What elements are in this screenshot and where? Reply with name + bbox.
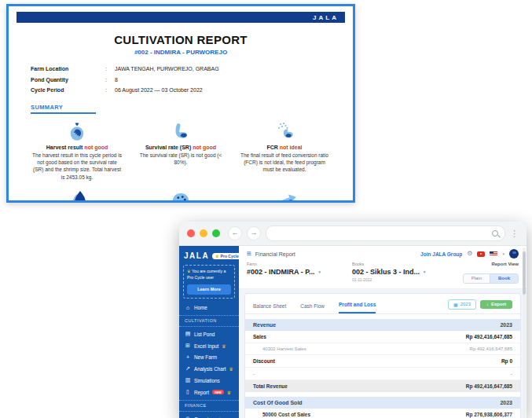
report-fields: Farm Location : JAWA TENGAH, PURWOREJO, … bbox=[31, 66, 353, 93]
tab-balance-sheet[interactable]: Balance Sheet bbox=[253, 303, 286, 314]
farm-label: Farm bbox=[247, 262, 341, 266]
forward-icon[interactable]: → bbox=[247, 226, 261, 240]
sidebar-section-cultivation: CULTIVATION bbox=[179, 315, 239, 327]
pro-cycle-badge: ♛ Pro Cycle bbox=[212, 253, 239, 259]
excel-icon: ⊞ bbox=[185, 343, 191, 349]
export-button[interactable]: ↓ Export bbox=[480, 300, 512, 309]
table-row[interactable]: 50000 Cost of Sales Rp 276,938,606,377 bbox=[245, 409, 520, 418]
tab-profit-and-loss[interactable]: Profit and Loss bbox=[339, 302, 376, 314]
calendar-icon: ▦ bbox=[453, 302, 458, 307]
summary-description: The final result of feed conversion rati… bbox=[235, 152, 334, 174]
jala-logo: JALA bbox=[313, 14, 339, 21]
table-row[interactable]: Sales Rp 492,416,647,685 bbox=[245, 331, 520, 343]
sidebar-item-analysis-chart[interactable]: ↗ Analysis Chart ♛ bbox=[179, 363, 239, 375]
download-icon: ↓ bbox=[486, 302, 489, 306]
jala-logo: JALA bbox=[184, 251, 209, 260]
home-icon: ⌂ bbox=[185, 305, 191, 310]
learn-more-button[interactable]: Learn More bbox=[187, 284, 231, 295]
view-option-plain[interactable]: Plain bbox=[464, 274, 490, 283]
view-option-book[interactable]: Book bbox=[490, 274, 518, 283]
growth-arrow-icon bbox=[232, 189, 334, 203]
browser-window: ← → ⋮ JALA ♛ Pro Cycle ♛ You are current… bbox=[179, 222, 526, 418]
status-text: not ideal bbox=[280, 145, 303, 150]
field-pond-quantity-value: 8 bbox=[115, 77, 118, 82]
year-filter-button[interactable]: ▦ 2023 bbox=[448, 299, 476, 310]
summary-grid: Harvest result not good The harvest resu… bbox=[28, 120, 334, 182]
sidebar-item-excel-input[interactable]: ⊞ Excel Input ♛ bbox=[179, 340, 239, 352]
tab-cash-flow[interactable]: Cash Flow bbox=[300, 303, 325, 314]
app-topbar: ≡ Financial Report Join JALA Group ⚙ ▾ bbox=[239, 246, 526, 260]
books-date: 01-11-2022 bbox=[352, 277, 426, 282]
summary-secondary-icons bbox=[28, 189, 334, 203]
report-title: CULTIVATION REPORT bbox=[9, 33, 353, 46]
report-view-toggle-group: Report View Plain Book bbox=[463, 262, 519, 284]
youtube-icon[interactable] bbox=[477, 251, 485, 257]
menu-icon[interactable]: ≡ bbox=[247, 250, 251, 258]
address-bar[interactable] bbox=[266, 226, 505, 241]
report-subtitle: #002 - INDMIRA - PURWOREJO bbox=[9, 49, 353, 56]
content-area: Balance Sheet Cash Flow Profit and Loss … bbox=[239, 289, 526, 418]
cultivation-report-document: JALA CULTIVATION REPORT #002 - INDMIRA -… bbox=[6, 4, 355, 203]
topbar-actions: Join JALA Group ⚙ ▾ bbox=[420, 249, 519, 258]
summary-survival-rate: Survival rate (SR) not good The survival… bbox=[131, 120, 230, 182]
tabs-row: Balance Sheet Cash Flow Profit and Loss … bbox=[245, 294, 520, 314]
table-row[interactable]: Discount Rp 0 bbox=[245, 355, 520, 368]
crown-icon: ♛ bbox=[215, 254, 218, 258]
table-row[interactable]: 40302 Harvest Sales Rp 492,416,647,685 bbox=[245, 343, 520, 355]
books-selector[interactable]: Books 002 - Siklus 3 - Ind... ▾ 01-11-20… bbox=[352, 262, 426, 282]
pond-list-icon: ▤ bbox=[185, 331, 191, 337]
sidebar-item-overview[interactable]: ⊙ Overview ♛ bbox=[179, 413, 239, 418]
farm-value: #002 - INDMIRA - P... bbox=[247, 268, 315, 276]
table-total-row-revenue: Total Revenue Rp 492,416,647,685 bbox=[245, 380, 520, 392]
app-scrollbar[interactable] bbox=[523, 248, 526, 418]
scrollbar-thumb[interactable] bbox=[523, 251, 526, 295]
summary-title: Harvest result not good bbox=[28, 145, 127, 150]
selector-row: Farm #002 - INDMIRA - P... ▾ Books 002 -… bbox=[239, 260, 526, 289]
year-column-header: 2023 bbox=[500, 400, 512, 405]
field-farm-location: Farm Location : JAWA TENGAH, PURWOREJO, … bbox=[31, 66, 353, 72]
summary-description: The harvest result in this cycle period … bbox=[28, 152, 127, 182]
farm-selector[interactable]: Farm #002 - INDMIRA - P... ▾ bbox=[247, 262, 341, 276]
sidebar-item-home[interactable]: ⌂ Home bbox=[179, 302, 239, 314]
simulation-icon: ▥ bbox=[185, 377, 191, 383]
tab-actions: ▦ 2023 ↓ Export bbox=[448, 299, 512, 314]
browser-menu-icon[interactable]: ⋮ bbox=[510, 229, 519, 238]
pro-cycle-notice: ♛ You are currently a Pro Cycle user Lea… bbox=[183, 265, 235, 299]
close-window-button[interactable] bbox=[187, 229, 195, 237]
main-area: ≡ Financial Report Join JALA Group ⚙ ▾ F… bbox=[239, 246, 526, 418]
sidebar-brand-row: JALA ♛ Pro Cycle bbox=[179, 246, 239, 263]
water-drop-icon bbox=[28, 189, 130, 203]
language-flag-icon[interactable] bbox=[490, 251, 497, 256]
table-row: - - bbox=[245, 368, 520, 380]
field-cycle-period-value: 06 August 2022 — 03 October 2022 bbox=[115, 87, 203, 93]
summary-title: Survival rate (SR) not good bbox=[131, 145, 230, 150]
summary-heading: SUMMARY bbox=[31, 104, 96, 114]
sidebar-item-list-pond[interactable]: ▤ List Pond bbox=[179, 328, 239, 340]
report-card: Balance Sheet Cash Flow Profit and Loss … bbox=[244, 293, 521, 418]
chevron-down-icon: ▾ bbox=[424, 270, 426, 274]
summary-description: The survival rate (SR) is not good (< 80… bbox=[131, 152, 230, 167]
chevron-down-icon: ▾ bbox=[502, 251, 504, 256]
join-jala-group-link[interactable]: Join JALA Group bbox=[420, 251, 462, 257]
field-pond-quantity: Pond Quantity : 8 bbox=[31, 77, 353, 82]
sidebar-item-new-farm[interactable]: + New Farm bbox=[179, 352, 239, 363]
back-icon[interactable]: ← bbox=[228, 226, 242, 240]
crown-icon: ♛ bbox=[229, 366, 233, 372]
avatar[interactable] bbox=[509, 249, 519, 258]
feed-shrimp-icon bbox=[235, 120, 334, 141]
sidebar: JALA ♛ Pro Cycle ♛ You are currently a P… bbox=[179, 246, 239, 418]
crown-icon: ♛ bbox=[187, 269, 191, 273]
jala-app: JALA ♛ Pro Cycle ♛ You are currently a P… bbox=[179, 246, 526, 418]
sidebar-item-report[interactable]: ▯ Report new ♛ bbox=[179, 387, 239, 398]
table-section-header-revenue: Revenue 2023 bbox=[245, 319, 520, 331]
sidebar-item-simulations[interactable]: ▥ Simulations bbox=[179, 375, 239, 387]
minimize-window-button[interactable] bbox=[200, 229, 207, 237]
chart-icon: ↗ bbox=[185, 365, 191, 372]
window-controls bbox=[187, 229, 220, 237]
crown-icon: ♛ bbox=[222, 343, 226, 349]
maximize-window-button[interactable] bbox=[212, 229, 220, 237]
gear-icon[interactable]: ⚙ bbox=[467, 251, 472, 257]
search-icon bbox=[492, 230, 498, 236]
shrimp-cluster-icon bbox=[130, 189, 232, 203]
year-column-header: 2023 bbox=[500, 322, 512, 328]
